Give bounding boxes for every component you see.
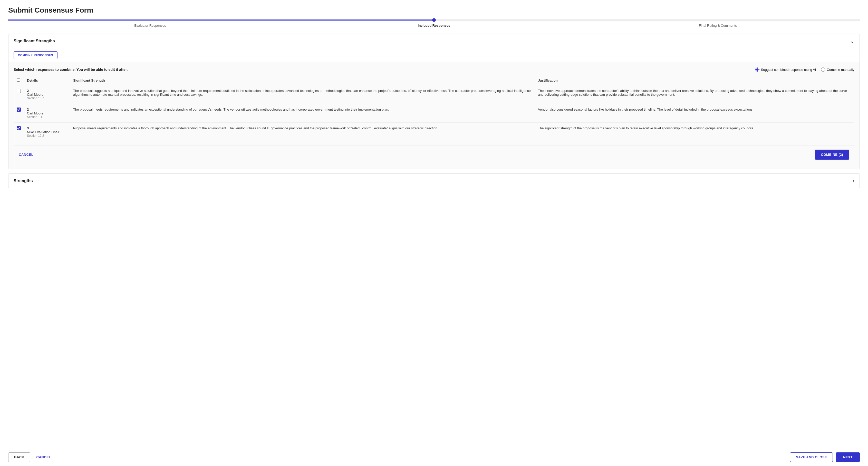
combine-footer: CANCEL COMBINE (2) xyxy=(13,145,855,164)
radio-manual-label[interactable]: Combine manually xyxy=(821,67,855,71)
combine-btn-area: COMBINE RESPONSES xyxy=(8,48,860,62)
progress-marker xyxy=(432,18,436,22)
table-row: 3 Mike Evaluation Chair Section 12.2 Pro… xyxy=(13,123,855,142)
radio-ai-label[interactable]: Suggest combined response using AI xyxy=(755,67,816,71)
radio-ai-input[interactable] xyxy=(755,67,760,71)
row-name: Carl Moore xyxy=(27,112,67,115)
row-strength: The proposal suggests a unique and innov… xyxy=(70,85,535,104)
chevron-down-icon: ⌄ xyxy=(850,38,855,44)
row-justification: The significant strength of the proposal… xyxy=(535,123,855,142)
row-details: 2 Carl Moore Section 13.7 xyxy=(24,85,70,104)
combine-responses-button[interactable]: COMBINE RESPONSES xyxy=(13,51,58,59)
strengths-title: Strengths xyxy=(13,179,33,183)
row-name: Carl Moore xyxy=(27,93,67,96)
col-header-justification: Justification xyxy=(535,76,855,85)
row-details: 2 Carl Moore Section 1.1 xyxy=(24,104,70,123)
step-included: Included Responses xyxy=(292,24,576,27)
table-row: 2 Carl Moore Section 13.7 The proposal s… xyxy=(13,85,855,104)
table-row: 2 Carl Moore Section 1.1 The proposal me… xyxy=(13,104,855,123)
select-all-checkbox[interactable] xyxy=(17,78,20,82)
row-checkbox[interactable] xyxy=(17,89,21,93)
col-header-checkbox xyxy=(13,76,24,85)
combine-submit-button[interactable]: COMBINE (2) xyxy=(815,150,849,160)
progress-bar xyxy=(8,20,860,21)
row-checkbox-cell[interactable] xyxy=(13,123,24,142)
row-number: 3 xyxy=(27,126,67,130)
row-number: 2 xyxy=(27,89,67,93)
combine-radio-group: Suggest combined response using AI Combi… xyxy=(755,67,855,71)
combine-panel-title: Select which responses to combine. You w… xyxy=(13,67,128,71)
strengths-card: Strengths › xyxy=(8,174,860,188)
combine-panel: Select which responses to combine. You w… xyxy=(8,62,860,169)
progress-steps: Evaluator Responses Included Responses F… xyxy=(8,24,860,27)
row-details: 3 Mike Evaluation Chair Section 12.2 xyxy=(24,123,70,142)
row-checkbox-cell[interactable] xyxy=(13,104,24,123)
row-strength: Proposal meets requirements and indicate… xyxy=(70,123,535,142)
step-final: Final Rating & Comments xyxy=(576,24,860,27)
row-section: Section 1.1 xyxy=(27,115,67,119)
row-justification: Vendor also considered seasonal factors … xyxy=(535,104,855,123)
row-checkbox[interactable] xyxy=(17,126,21,130)
significant-strengths-header[interactable]: Significant Strengths ⌄ xyxy=(8,34,860,48)
row-section: Section 13.7 xyxy=(27,96,67,100)
radio-manual-input[interactable] xyxy=(821,67,825,71)
significant-strengths-title: Significant Strengths xyxy=(13,39,55,43)
responses-table: Details Significant Strength Justificati… xyxy=(13,76,855,141)
significant-strengths-card: Significant Strengths ⌄ COMBINE RESPONSE… xyxy=(8,34,860,169)
page-title: Submit Consensus Form xyxy=(8,6,860,14)
col-header-details: Details xyxy=(24,76,70,85)
combine-panel-header: Select which responses to combine. You w… xyxy=(13,67,855,71)
combine-cancel-button[interactable]: CANCEL xyxy=(19,153,33,157)
chevron-right-icon: › xyxy=(852,178,855,184)
strengths-header[interactable]: Strengths › xyxy=(8,174,860,188)
row-justification: The innovative approach demonstrates the… xyxy=(535,85,855,104)
col-header-strength: Significant Strength xyxy=(70,76,535,85)
progress-section: Evaluator Responses Included Responses F… xyxy=(8,20,860,27)
row-name: Mike Evaluation Chair xyxy=(27,130,67,134)
step-evaluator: Evaluator Responses xyxy=(8,24,292,27)
row-number: 2 xyxy=(27,107,67,112)
row-checkbox[interactable] xyxy=(17,107,21,112)
progress-fill xyxy=(8,20,434,21)
row-checkbox-cell[interactable] xyxy=(13,85,24,104)
row-section: Section 12.2 xyxy=(27,134,67,137)
row-strength: The proposal meets requirements and indi… xyxy=(70,104,535,123)
radio-manual-text: Combine manually xyxy=(827,68,855,71)
radio-ai-text: Suggest combined response using AI xyxy=(761,68,816,71)
